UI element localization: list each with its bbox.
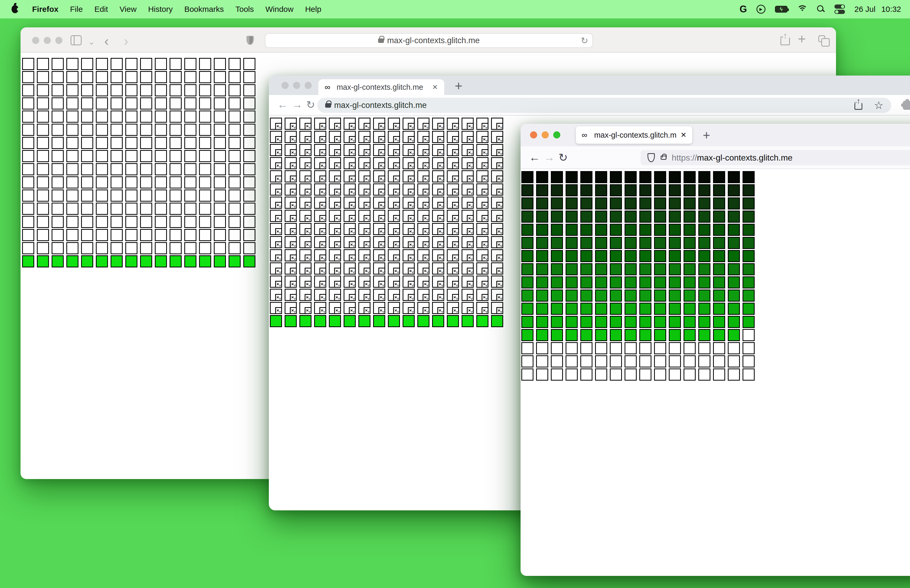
zoom-window-button[interactable] <box>553 131 560 139</box>
menu-bookmarks[interactable]: Bookmarks <box>178 5 230 14</box>
gl-canvas-cell <box>155 163 167 175</box>
broken-image-icon: ×˅ <box>437 149 444 156</box>
gl-canvas-cell: ×˅ <box>491 157 503 169</box>
gl-canvas-cell <box>566 250 578 262</box>
extensions-puzzle-icon[interactable] <box>903 101 910 110</box>
privacy-shield-icon[interactable] <box>246 36 254 45</box>
gl-canvas-cell: ×˅ <box>432 157 444 169</box>
minimize-window-button[interactable] <box>293 82 300 89</box>
gl-canvas-cell <box>214 255 226 267</box>
gl-canvas-cell: ×˅ <box>402 144 415 156</box>
menu-view[interactable]: View <box>114 5 142 14</box>
safari-traffic-lights[interactable] <box>32 37 62 44</box>
zoom-window-button[interactable] <box>305 82 312 89</box>
new-tab-button[interactable]: + <box>455 78 462 94</box>
gl-canvas-cell <box>536 184 548 196</box>
gl-canvas-cell <box>96 97 108 110</box>
gl-canvas-cell: ×˅ <box>284 144 297 156</box>
apple-menu-icon[interactable] <box>11 5 18 13</box>
gl-canvas-cell <box>713 342 725 354</box>
tab-overview-icon[interactable] <box>818 35 825 42</box>
broken-image-icon: ×˅ <box>437 215 444 222</box>
gl-canvas-cell: ×˅ <box>402 118 415 130</box>
broken-image-icon: ×˅ <box>349 255 356 262</box>
gl-canvas-cell <box>580 355 592 367</box>
reload-icon[interactable]: ↻ <box>581 35 588 46</box>
back-button[interactable]: ‹ <box>104 34 109 48</box>
gl-canvas-cell <box>521 184 533 196</box>
back-button[interactable]: ← <box>277 99 288 111</box>
close-tab-icon[interactable]: ✕ <box>680 131 687 139</box>
gl-canvas-cell: ×˅ <box>299 302 312 314</box>
control-center-icon[interactable] <box>834 5 845 14</box>
new-tab-button[interactable]: + <box>703 128 710 142</box>
broken-image-icon: ×˅ <box>275 162 282 169</box>
broken-image-icon: ×˅ <box>452 241 459 248</box>
reload-button[interactable]: ↻ <box>558 151 568 164</box>
firefox-active-tab[interactable]: ∞ max-gl-contexts.glitch.me/ ✕ <box>576 126 692 144</box>
menu-file[interactable]: File <box>64 5 89 14</box>
gl-canvas-cell <box>713 355 725 367</box>
broken-image-icon: ×˅ <box>378 281 385 288</box>
google-g-icon[interactable]: G <box>740 4 747 15</box>
bookmark-star-icon[interactable]: ☆ <box>874 99 883 111</box>
gl-canvas-cell <box>713 368 725 381</box>
battery-charging-icon[interactable]: ϟ <box>775 6 787 13</box>
broken-image-icon: ×˅ <box>408 136 415 143</box>
sidebar-toggle-icon[interactable] <box>71 35 82 45</box>
firefox-traffic-lights[interactable] <box>530 131 560 139</box>
gl-canvas-cell <box>728 316 740 328</box>
reload-button[interactable]: ↻ <box>306 99 315 111</box>
broken-image-icon: ×˅ <box>275 228 282 235</box>
minimize-window-button[interactable] <box>541 131 549 139</box>
menu-edit[interactable]: Edit <box>89 5 114 14</box>
broken-image-icon: ×˅ <box>408 215 415 222</box>
gl-canvas-cell: ×˅ <box>284 131 297 143</box>
gl-canvas-cell <box>52 242 64 254</box>
tracking-protection-shield-icon[interactable] <box>648 153 655 162</box>
safari-address-bar[interactable]: max-gl-contexts.glitch.me ↻ <box>265 33 593 48</box>
back-button[interactable]: ← <box>529 151 540 164</box>
menu-history[interactable]: History <box>142 5 178 14</box>
gl-canvas-cell <box>580 210 592 223</box>
gl-canvas-cell: ×˅ <box>476 262 488 275</box>
menu-app-name[interactable]: Firefox <box>26 5 64 14</box>
spotlight-search-icon[interactable] <box>817 5 825 13</box>
zoom-window-button[interactable] <box>55 37 62 44</box>
gl-canvas-cell <box>669 329 681 341</box>
share-icon[interactable] <box>781 37 790 45</box>
gl-canvas-cell <box>742 250 755 262</box>
menu-help[interactable]: Help <box>299 5 327 14</box>
gl-canvas-cell <box>52 97 64 110</box>
gl-canvas-cell <box>140 150 152 162</box>
menu-window[interactable]: Window <box>260 5 299 14</box>
gl-canvas-cell <box>610 329 622 341</box>
chrome-address-bar[interactable]: max-gl-contexts.glitch.me ☆ <box>317 98 891 113</box>
close-window-button[interactable] <box>32 37 39 44</box>
forward-button[interactable]: → <box>544 151 555 164</box>
chrome-traffic-lights[interactable] <box>281 82 312 89</box>
share-icon[interactable] <box>855 103 862 110</box>
firefox-address-bar[interactable]: https:// max-gl-contexts.glitch.me <box>641 150 910 165</box>
play-circle-icon[interactable]: ▶ <box>756 5 765 14</box>
new-tab-button[interactable]: + <box>798 31 806 47</box>
gl-canvas-cell: ×˅ <box>462 183 474 195</box>
menu-tools[interactable]: Tools <box>230 5 260 14</box>
gl-canvas-cell: ×˅ <box>358 118 370 130</box>
gl-canvas-cell <box>654 210 666 223</box>
forward-button[interactable]: › <box>124 34 128 48</box>
chevron-down-icon[interactable]: ⌄ <box>89 39 95 46</box>
close-window-button[interactable] <box>281 82 289 89</box>
gl-canvas-cell: ×˅ <box>344 249 356 262</box>
broken-image-icon: ×˅ <box>349 162 356 169</box>
gl-canvas-cell: ×˅ <box>284 249 297 262</box>
gl-canvas-cell <box>551 329 563 341</box>
gl-canvas-cell: ×˅ <box>373 302 385 314</box>
close-window-button[interactable] <box>530 131 537 139</box>
forward-button[interactable]: → <box>292 99 302 111</box>
minimize-window-button[interactable] <box>44 37 51 44</box>
gl-canvas-cell <box>536 303 548 315</box>
chrome-active-tab[interactable]: ∞ max-gl-contexts.glitch.me ✕ <box>318 79 444 95</box>
wifi-icon[interactable] <box>797 5 808 13</box>
close-tab-icon[interactable]: ✕ <box>432 83 438 91</box>
